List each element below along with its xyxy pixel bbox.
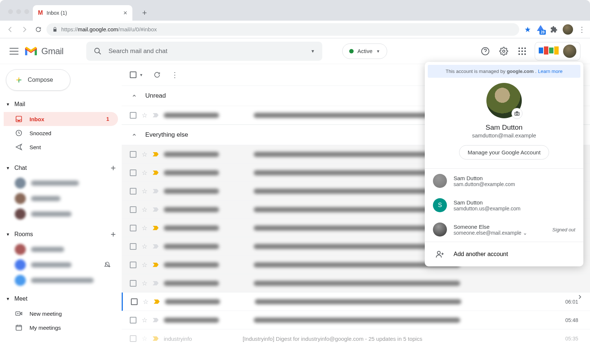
svg-rect-6 [16,325,22,330]
app-header: Gmail ▼ Active ▼ [0,38,590,64]
sidebar-item-my-meetings[interactable]: My meetings [4,321,118,335]
sidebar-item-inbox[interactable]: Inbox 1 [4,112,118,126]
browser-tab-active[interactable]: M Inbox (1) × [33,5,132,21]
select-all-checkbox[interactable] [130,71,136,78]
mail-row[interactable]: ☆ [122,274,590,293]
side-panel-expand-button[interactable] [572,289,588,305]
nav-back-button[interactable] [4,24,16,35]
importance-marker-icon[interactable] [153,152,159,157]
row-checkbox[interactable] [130,151,136,158]
star-icon[interactable]: ☆ [143,298,149,306]
importance-marker-icon[interactable] [153,263,159,267]
change-photo-button[interactable] [511,108,523,119]
star-icon[interactable]: ☆ [142,261,148,269]
importance-marker-icon[interactable] [153,318,159,322]
row-checkbox[interactable] [130,188,136,195]
row-checkbox[interactable] [130,280,136,287]
account-switcher[interactable] [535,42,580,60]
row-checkbox[interactable] [130,112,136,119]
row-checkbox[interactable] [130,169,136,176]
row-checkbox[interactable] [130,243,136,250]
compose-button[interactable]: + Compose [6,69,70,91]
mail-row[interactable]: ☆06:01 [122,293,590,311]
profile-avatar-icon[interactable] [563,24,573,35]
main-menu-icon[interactable] [10,47,18,56]
chat-contact[interactable] [4,175,118,191]
importance-marker-icon[interactable] [153,281,159,286]
sidebar-item-snoozed[interactable]: Snoozed [4,126,118,140]
search-options-icon[interactable]: ▼ [310,49,315,54]
star-icon[interactable]: ☆ [142,150,148,158]
more-actions-icon[interactable]: ⋮ [171,70,178,79]
section-chat[interactable]: ▼ Chat + [4,161,118,175]
section-mail[interactable]: ▼ Mail [4,99,118,110]
bookmark-star-icon[interactable]: ★ [524,25,531,34]
importance-marker-icon[interactable] [153,189,159,193]
star-icon[interactable]: ☆ [142,316,148,324]
star-icon[interactable]: ☆ [142,279,148,287]
alt-account-row[interactable]: Sam Duttonsam.dutton@example.com [425,169,583,193]
select-all-dropdown[interactable]: ▼ [139,73,143,77]
row-checkbox[interactable] [130,262,136,268]
chat-contact[interactable] [4,191,118,206]
gmail-logo[interactable]: Gmail [24,46,63,57]
row-checkbox[interactable] [130,225,136,231]
row-checkbox[interactable] [131,298,138,305]
importance-marker-icon[interactable] [153,226,159,230]
star-icon[interactable]: ☆ [142,335,148,343]
google-apps-button[interactable] [516,45,528,57]
importance-marker-icon[interactable] [154,300,160,304]
help-icon [481,47,490,56]
importance-marker-icon[interactable] [153,244,159,249]
browser-menu-icon[interactable]: ⋮ [578,25,586,34]
star-icon[interactable]: ☆ [142,111,148,119]
section-meet[interactable]: ▼ Meet [4,293,118,304]
importance-marker-icon[interactable] [153,171,159,175]
org-logo-icon [539,48,559,55]
row-checkbox[interactable] [130,317,136,323]
add-account-button[interactable]: Add another account [425,242,583,266]
star-icon[interactable]: ☆ [142,206,148,214]
star-icon[interactable]: ☆ [142,242,148,251]
refresh-button[interactable] [153,71,161,78]
mute-icon [104,262,111,268]
nav-forward-button[interactable] [18,24,30,35]
importance-marker-icon[interactable] [153,336,159,341]
learn-more-link[interactable]: Learn more [538,69,562,74]
mail-row[interactable]: ☆05:48 [122,311,590,329]
room-item[interactable] [4,273,118,288]
chat-contact[interactable] [4,206,118,222]
alt-account-row[interactable]: SSam Duttonsamdutton.us@example.com [425,193,583,217]
importance-marker-icon[interactable] [153,207,159,212]
add-room-button[interactable]: + [111,229,116,239]
alt-account-row[interactable]: Someone Elsesomeone.else@mail.example ⌄S… [425,217,583,242]
window-controls[interactable] [4,9,33,21]
section-rooms[interactable]: ▼ Rooms + [4,227,118,242]
room-item[interactable] [4,257,118,273]
star-icon[interactable]: ☆ [142,169,148,177]
manage-account-button[interactable]: Manage your Google Account [459,145,549,160]
row-checkbox[interactable] [130,206,136,213]
nav-reload-button[interactable] [32,24,44,35]
room-item[interactable] [4,242,118,257]
mail-row[interactable]: ☆industryinfo[Industryinfo] Digest for i… [122,329,590,348]
new-tab-button[interactable]: + [139,7,150,18]
search-box[interactable]: ▼ [86,42,322,61]
account-avatar[interactable] [486,83,522,118]
extension-icon[interactable]: 28 [536,25,545,34]
settings-button[interactable] [498,45,510,57]
star-icon[interactable]: ☆ [142,187,148,195]
avatar-icon: S [433,198,447,212]
add-chat-button[interactable]: + [111,163,116,173]
presence-status-button[interactable]: Active ▼ [342,43,387,59]
support-button[interactable] [479,45,491,57]
address-bar[interactable]: https://mail.google.com/mail/u/0/#inbox [46,23,519,36]
search-input[interactable] [108,48,304,55]
star-icon[interactable]: ☆ [142,224,148,232]
sidebar-item-new-meeting[interactable]: New meeting [4,307,118,321]
sidebar-item-sent[interactable]: Sent [4,140,118,154]
row-checkbox[interactable] [130,335,136,342]
extensions-puzzle-icon[interactable] [550,26,558,33]
close-tab-icon[interactable]: × [123,9,127,17]
importance-marker-icon[interactable] [153,113,159,118]
